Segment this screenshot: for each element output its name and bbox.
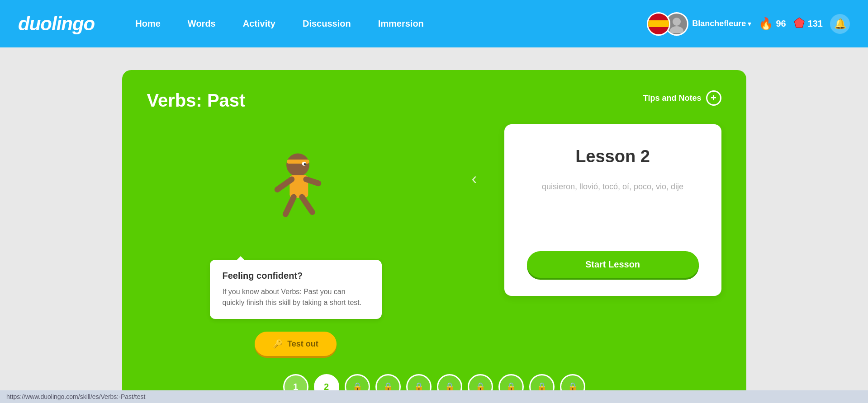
svg-point-3 (286, 154, 309, 177)
svg-line-11 (302, 197, 312, 212)
svg-point-0 (673, 18, 681, 26)
confident-box: Feeling confident? If you know about Ver… (210, 260, 382, 319)
svg-line-9 (306, 179, 318, 183)
main-content: Verbs: Past Tips and Notes + (0, 47, 868, 403)
character-illustration (251, 142, 341, 242)
gems-count: 131 (808, 19, 823, 29)
navbar: duolingo Home Words Activity Discussion … (0, 0, 868, 47)
key-icon: 🔑 (273, 339, 283, 349)
chevron-down-icon: ▾ (748, 19, 751, 28)
svg-line-10 (285, 197, 294, 214)
logo[interactable]: duolingo (18, 13, 95, 35)
lesson-words: quisieron, llovió, tocó, oí, poco, vio, … (542, 180, 683, 233)
svg-point-6 (304, 163, 306, 165)
tips-notes-label: Tips and Notes (643, 94, 702, 103)
test-out-label: Test out (287, 339, 318, 349)
streak-count: 96 (776, 19, 786, 29)
nav-immersion[interactable]: Immersion (365, 14, 437, 33)
nav-activity[interactable]: Activity (229, 14, 289, 33)
lesson-card: Verbs: Past Tips and Notes + (122, 70, 746, 403)
fire-icon: 🔥 (759, 17, 773, 31)
status-bar: https://www.duolingo.com/skill/es/Verbs:… (0, 390, 868, 403)
nav-home[interactable]: Home (122, 14, 174, 33)
nav-right: Blanchefleure ▾ 🔥 96 131 🔔 (647, 12, 850, 36)
svg-point-1 (670, 26, 683, 33)
right-side: Lesson 2 quisieron, llovió, tocó, oí, po… (504, 124, 721, 296)
streak-stat: 🔥 96 (759, 17, 786, 31)
gem-icon (793, 17, 805, 31)
tips-notes-button[interactable]: Tips and Notes + (643, 90, 721, 106)
confident-title: Feeling confident? (223, 271, 369, 281)
confident-text: If you know about Verbs: Past you can qu… (223, 286, 369, 308)
lesson-number: Lesson 2 (575, 147, 650, 166)
flag-avatar (647, 12, 670, 36)
avatar-group[interactable]: Blanchefleure ▾ (647, 12, 751, 36)
svg-line-8 (277, 179, 292, 190)
nav-links: Home Words Activity Discussion Immersion (122, 14, 647, 33)
lesson-panel: Lesson 2 quisieron, llovió, tocó, oí, po… (504, 124, 721, 296)
test-out-button[interactable]: 🔑 Test out (255, 332, 337, 356)
nav-words[interactable]: Words (174, 14, 229, 33)
nav-discussion[interactable]: Discussion (289, 14, 365, 33)
card-body: Feeling confident? If you know about Ver… (147, 124, 721, 356)
lesson-card-title: Verbs: Past (147, 90, 721, 111)
left-side: Feeling confident? If you know about Ver… (147, 124, 445, 356)
tips-plus-icon: + (706, 90, 721, 106)
notification-bell-icon[interactable]: 🔔 (830, 14, 850, 34)
svg-marker-2 (794, 18, 804, 28)
previous-arrow[interactable]: ‹ (463, 160, 486, 197)
username: Blanchefleure (692, 19, 746, 28)
gems-stat: 131 (793, 17, 823, 31)
start-lesson-button[interactable]: Start Lesson (527, 251, 699, 278)
